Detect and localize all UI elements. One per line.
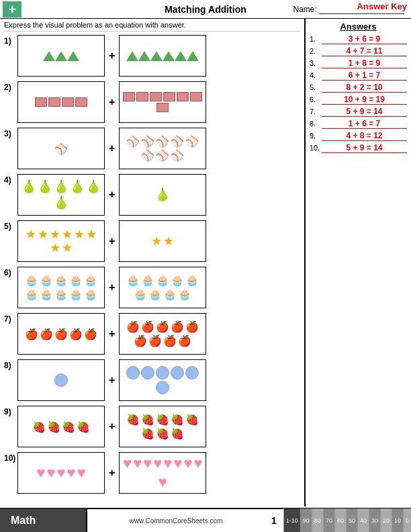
rectangle-icon — [48, 97, 60, 107]
problem-row: 2) + — [4, 80, 300, 124]
problem-number: 8) — [4, 358, 17, 370]
heart-icon: ♥ — [158, 474, 167, 491]
strawberry-icon: 🍓 — [185, 413, 199, 426]
apple-icon: 🍎 — [141, 320, 154, 333]
problem-row: 3) ⚾ + ⚾⚾⚾⚾⚾⚾⚾⚾ — [4, 126, 300, 171]
star-icon: ★ — [50, 228, 60, 240]
cupcake-icon: 🧁 — [185, 274, 199, 287]
answer-item: 1. 3 + 6 = 9 — [310, 34, 407, 44]
cupcake-icon: 🧁 — [40, 288, 53, 301]
triangle-icon — [150, 51, 163, 61]
heart-icon: ♥ — [163, 455, 172, 472]
baseball-icon: ⚾ — [156, 135, 169, 148]
rectangle-icon — [123, 92, 135, 101]
star-icon: ★ — [26, 228, 36, 240]
problem-box-left: 🍓🍓🍓🍓 — [17, 406, 105, 447]
logo-icon — [3, 1, 21, 17]
score-box[interactable]: 70 — [323, 508, 334, 532]
plus-icon: + — [109, 235, 115, 247]
problem-box-left — [17, 35, 105, 77]
problem-box-left: 🍎🍎🍎🍎🍎 — [17, 313, 105, 355]
problem-box-right: 🧁🧁🧁🧁🧁🧁🧁🧁🧁 — [119, 267, 206, 308]
cupcake-icon: 🧁 — [134, 288, 147, 301]
strawberry-icon: 🍓 — [171, 427, 184, 440]
heart-icon: ♥ — [153, 455, 162, 472]
star-icon: ★ — [62, 242, 73, 254]
heart-icon: ♥ — [123, 455, 132, 472]
circle-icon — [126, 366, 140, 380]
problems-section: Express the visual problem as an equatio… — [0, 19, 306, 506]
rectangle-icon — [150, 92, 162, 101]
baseball-icon: ⚾ — [54, 142, 68, 155]
apple-icon: 🍎 — [148, 335, 162, 347]
score-box[interactable]: 1-10 — [283, 508, 300, 532]
score-box[interactable]: 60 — [334, 508, 346, 532]
problem-row: 9) 🍓🍓🍓🍓 + 🍓🍓🍓🍓🍓🍓🍓🍓 — [4, 404, 300, 449]
answer-item: 8. 1 + 6 = 7 — [310, 119, 407, 129]
heart-icon: ♥ — [36, 464, 45, 482]
heart-icon: ♥ — [173, 455, 182, 472]
apple-icon: 🍎 — [171, 320, 184, 333]
cupcake-icon: 🧁 — [25, 288, 38, 301]
rectangle-icon — [177, 92, 189, 101]
score-box[interactable]: 0 — [403, 508, 411, 532]
answer-value: 4 + 8 = 12 — [322, 131, 407, 141]
circle-icon — [54, 373, 68, 387]
plus-icon: + — [109, 328, 115, 340]
apple-icon: 🍎 — [134, 335, 147, 347]
triangle-icon — [187, 51, 199, 61]
score-box[interactable]: 10 — [392, 508, 403, 532]
circle-icon — [171, 366, 184, 380]
rectangle-icon — [75, 97, 87, 107]
answer-number: 4. — [310, 71, 322, 79]
answer-number: 7. — [310, 107, 322, 116]
triangle-icon — [43, 51, 55, 61]
score-box[interactable]: 50 — [346, 508, 357, 532]
rectangle-icon — [35, 97, 47, 107]
problem-row: 5) ★★★★★★★★ + ★★ — [4, 219, 300, 263]
baseball-icon: ⚾ — [126, 135, 140, 148]
apple-icon: 🍎 — [126, 320, 140, 333]
footer-website: www.CommonCoreSheets.com — [87, 517, 265, 525]
answer-value: 1 + 8 = 9 — [322, 58, 407, 69]
problem-box-right: ♥♥♥♥♥♥♥♥♥ — [119, 452, 206, 494]
cupcake-icon: 🧁 — [40, 274, 53, 287]
answer-value: 6 + 1 = 7 — [322, 71, 407, 81]
strawberry-icon: 🍓 — [171, 413, 184, 426]
answer-number: 8. — [310, 120, 322, 128]
problems-container: 1) + 2) + 3) ⚾ + ⚾⚾⚾⚾⚾⚾⚾⚾ 4) 🍐🍐🍐🍐🍐🍐 + — [4, 34, 300, 495]
strawberry-icon: 🍓 — [141, 427, 154, 440]
score-box[interactable]: 40 — [357, 508, 369, 532]
cupcake-icon: 🧁 — [163, 288, 177, 301]
cupcake-icon: 🧁 — [171, 274, 184, 287]
cupcake-icon: 🧁 — [69, 288, 83, 301]
score-box[interactable]: 30 — [369, 508, 380, 532]
problem-box-right: 🍎🍎🍎🍎🍎🍎🍎🍎🍎 — [119, 313, 206, 355]
problem-box-right: 🍓🍓🍓🍓🍓🍓🍓🍓 — [119, 406, 206, 447]
heart-icon: ♥ — [133, 455, 142, 472]
problem-number: 2) — [4, 80, 17, 92]
problem-row: 10) ♥♥♥♥♥ + ♥♥♥♥♥♥♥♥♥ — [4, 451, 300, 495]
star-icon: ★ — [50, 242, 60, 254]
cupcake-icon: 🧁 — [25, 274, 38, 287]
problem-number: 3) — [4, 126, 17, 138]
answer-value: 8 + 2 = 10 — [322, 83, 407, 93]
cupcake-icon: 🧁 — [148, 288, 162, 301]
answer-number: 9. — [310, 132, 322, 140]
triangle-icon — [67, 51, 79, 61]
plus-icon: + — [109, 142, 115, 154]
star-icon: ★ — [163, 235, 174, 247]
problem-box-right: ★★ — [119, 220, 206, 262]
score-box[interactable]: 90 — [300, 508, 312, 532]
answer-number: 3. — [310, 59, 322, 67]
score-box[interactable]: 20 — [380, 508, 392, 532]
footer-page: 1 — [271, 515, 277, 526]
plus-icon: + — [109, 467, 115, 479]
answer-value: 5 + 9 = 14 — [322, 107, 407, 117]
score-box[interactable]: 80 — [312, 508, 323, 532]
main-content: Express the visual problem as an equatio… — [0, 19, 411, 506]
footer: Math www.CommonCoreSheets.com 1 1-109080… — [0, 508, 411, 532]
strawberry-icon: 🍓 — [126, 413, 140, 426]
baseball-icon: ⚾ — [171, 135, 184, 148]
problem-box-right: 🍐 — [119, 174, 206, 216]
